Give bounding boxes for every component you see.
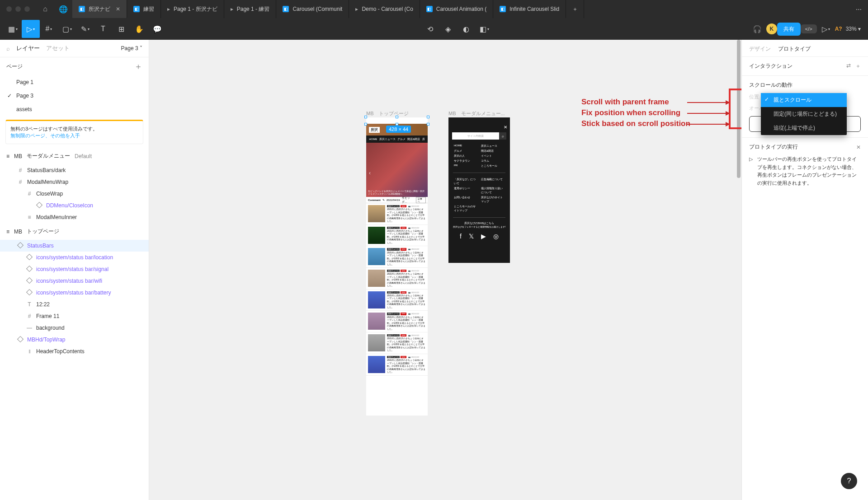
layer-item[interactable]: icons/system/status bar/signal	[0, 263, 149, 275]
layer-item[interactable]: StatusBars	[0, 240, 149, 252]
tab-assets[interactable]: アセット	[46, 44, 70, 52]
help-button[interactable]: ?	[841, 473, 857, 489]
tab-file-5[interactable]: ▸Demo - Carousel (Co	[349, 0, 420, 18]
undo-icon[interactable]: ⟲	[421, 20, 439, 38]
layer-item[interactable]: #Frame 11	[0, 310, 149, 322]
layer-type-icon	[17, 336, 24, 343]
boolean-icon[interactable]: ◧▾	[475, 20, 493, 38]
canvas-frame-1[interactable]: 428 × 44 所沢 HOME所沢ニュースグルメ開店&閉店所 ‹ 生ビッグバン…	[366, 117, 428, 416]
layer-item[interactable]: ≡ModalMenuInner	[0, 211, 149, 223]
card-body: 所沢ニュースNEW📷 2021/1/222021年に西所沢のさちょう日内にオープ…	[387, 334, 426, 352]
layer-item[interactable]: #StatusBars/dark	[0, 164, 149, 176]
layer-name: DDMenu/CloseIcon	[46, 202, 93, 209]
card-body: 所沢ニュースNEW📷 2021/1/222021年に西所沢のさちょう日内にオープ…	[387, 356, 426, 374]
layer-item[interactable]: icons/system/status bar/location	[0, 252, 149, 263]
comment-tool[interactable]: 💬	[148, 20, 166, 38]
tab-file-1[interactable]: ◧練習	[127, 0, 161, 18]
page-item[interactable]: Page 3	[0, 89, 149, 103]
layer-item[interactable]: icons/system/status bar/wifi	[0, 275, 149, 287]
close-icon[interactable]: ✕	[116, 6, 120, 12]
layer-item[interactable]: —background	[0, 322, 149, 334]
component-icon[interactable]: ◈	[439, 20, 457, 38]
tab-layers[interactable]: レイヤー	[16, 44, 40, 52]
layer-item[interactable]: T12:22	[0, 299, 149, 310]
frame-label[interactable]: MB モーダルメニュー...	[448, 110, 505, 117]
article-card: 所沢ニュースNEW📷 2021/1/222021年に西所沢のさちょう日内にオープ…	[366, 203, 428, 225]
youtube-icon: ▶	[481, 233, 486, 240]
overflow-menu-icon[interactable]: ⋯	[856, 6, 862, 13]
zoom-level[interactable]: 33% ▾	[842, 26, 864, 32]
globe-icon[interactable]: 🌐	[54, 0, 72, 18]
menu-link: 所沢の人	[454, 154, 477, 158]
mac-traffic-lights[interactable]	[0, 6, 36, 12]
tab-design[interactable]: デザイン	[749, 45, 771, 53]
left-panel: ⌕ レイヤー アセット Page 3 ˅ ページ ＋ Page 1 Page 3…	[0, 40, 149, 500]
tab-file-4[interactable]: ◧Carousel (Communit	[276, 0, 349, 18]
tab-prototype[interactable]: プロトタイプ	[778, 45, 811, 53]
frame-label[interactable]: MB トップページ	[366, 110, 409, 117]
section-title: プロトタイプの実行	[749, 143, 798, 151]
search-icon: ⌕	[499, 132, 506, 140]
dev-mode-toggle[interactable]: </>	[801, 24, 817, 33]
home-icon[interactable]: ⌂	[36, 0, 54, 18]
add-interaction-button[interactable]: ＋	[855, 62, 861, 70]
hand-tool[interactable]: ✋	[130, 20, 148, 38]
frame-tool[interactable]: #▾	[40, 20, 58, 38]
layer-group-header[interactable]: ≡ MB トップページ	[0, 223, 149, 240]
resources-tool[interactable]: ⊞	[112, 20, 130, 38]
dropdown-option-fixed[interactable]: 固定(同じ場所にとどまる)	[761, 107, 847, 121]
layer-item[interactable]: icons/system/status bar/battery	[0, 287, 149, 299]
layer-group-header[interactable]: ≡ MB モーダルメニュー Default	[0, 148, 149, 164]
missing-fonts-badge[interactable]: A?	[835, 26, 842, 32]
close-icon[interactable]: ✕	[856, 144, 861, 150]
mask-icon[interactable]: ◐	[457, 20, 475, 38]
layer-item[interactable]: DDMenu/CloseIcon	[0, 200, 149, 211]
right-panel-tabs: デザイン プロトタイプ	[742, 40, 868, 57]
tab-file-6[interactable]: ◧Carousel Animation (	[420, 0, 493, 18]
canvas-frame-2[interactable]: ✕ サイト内検索 ⌕ HOME所沢ニュースグルメ開店&閉店所沢の人イベントサクラ…	[448, 117, 510, 263]
dropdown-option-sticky[interactable]: 追従(上端で停止)	[761, 121, 847, 135]
layer-item[interactable]: #ModalMenuWrap	[0, 176, 149, 188]
swap-icon[interactable]: ⇄	[846, 62, 851, 70]
present-button[interactable]: ▷▾	[817, 20, 835, 38]
layer-name: icons/system/status bar/wifi	[36, 278, 102, 284]
titlebar-right: ⋯	[856, 6, 868, 13]
section-title: インタラクション	[749, 62, 793, 70]
upgrade-link[interactable]: 無制限のページ、その他を入手	[10, 133, 80, 138]
pen-tool[interactable]: ✎▾	[76, 20, 94, 38]
menu-link: HOME	[454, 144, 477, 148]
headphones-icon[interactable]: 🎧	[748, 20, 766, 38]
layer-item[interactable]: #CloseWrap	[0, 188, 149, 200]
status-bar-selection[interactable]	[366, 117, 428, 124]
share-button[interactable]: 共有	[777, 23, 801, 36]
card-body: 所沢ニュースNEW📷 2021/1/222021年に西所沢のさちょう日内にオープ…	[387, 313, 426, 330]
search-box: サイト内検索 ⌕	[452, 132, 506, 140]
modal-close-icon: ✕	[448, 124, 510, 131]
search-icon[interactable]: ⌕	[6, 45, 10, 52]
tab-file-0[interactable]: ◧所沢ナビ✕	[72, 0, 127, 18]
main-menu-button[interactable]: ▦▾	[4, 20, 22, 38]
text-tool[interactable]: T	[94, 20, 112, 38]
new-tab-button[interactable]: ＋	[566, 0, 584, 18]
layer-item[interactable]: ⦀HeaderTopContents	[0, 346, 149, 357]
scroll-position-dropdown[interactable]: 親とスクロール 固定(同じ場所にとどまる) 追従(上端で停止)	[761, 93, 847, 135]
tab-file-7[interactable]: ◧Infinite Carousel Slid	[493, 0, 566, 18]
tab-file-2[interactable]: ▸Page 1 - 所沢ナビ	[161, 0, 224, 18]
dropdown-option-scroll-with-parent[interactable]: 親とスクロール	[761, 93, 847, 107]
hero-caption: 生ビッグバンドを所沢のジャズバーで身近に満喫！所沢ジャズフェスティバル2022開…	[368, 190, 426, 195]
layer-item[interactable]: MBHd/TopWrap	[0, 334, 149, 346]
layer-name: CloseWrap	[36, 191, 63, 197]
layer-type-icon	[36, 202, 42, 209]
page-item[interactable]: assets	[0, 103, 149, 116]
shape-tool[interactable]: ▢▾	[58, 20, 76, 38]
carousel-prev-icon: ‹	[369, 170, 371, 176]
user-avatar[interactable]: K	[766, 23, 777, 34]
page-selector[interactable]: Page 3 ˅	[121, 45, 142, 51]
layer-type-icon	[26, 278, 33, 284]
page-item[interactable]: Page 1	[0, 75, 149, 89]
move-tool[interactable]: ▷▾	[22, 20, 40, 38]
tab-file-3[interactable]: ▸Page 1 - 練習	[224, 0, 277, 18]
canvas[interactable]: MB トップページ 428 × 44 所沢 HOME所沢ニュースグルメ開店&閉店…	[149, 40, 741, 500]
add-page-button[interactable]: ＋	[134, 61, 142, 72]
annotation-arrow	[687, 124, 730, 125]
